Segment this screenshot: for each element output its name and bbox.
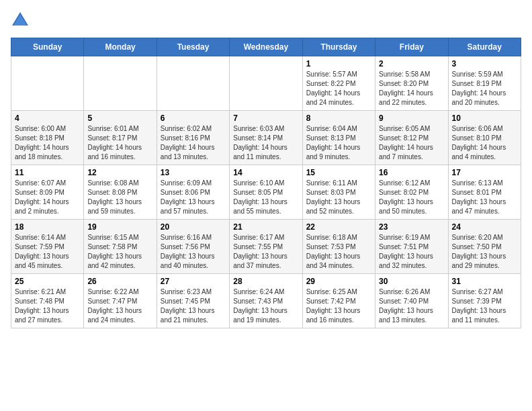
day-number: 28 (233, 277, 298, 286)
calendar-week-4: 18Sunrise: 6:14 AM Sunset: 7:59 PM Dayli… (11, 220, 521, 274)
day-info: Sunrise: 6:19 AM Sunset: 7:51 PM Dayligh… (379, 233, 444, 271)
calendar-cell: 11Sunrise: 6:07 AM Sunset: 8:09 PM Dayli… (11, 165, 84, 220)
weekday-header-tuesday: Tuesday (157, 38, 229, 56)
logo-icon (11, 11, 30, 30)
day-number: 1 (306, 59, 371, 68)
calendar-cell: 22Sunrise: 6:18 AM Sunset: 7:53 PM Dayli… (302, 220, 375, 274)
calendar-cell: 6Sunrise: 6:02 AM Sunset: 8:16 PM Daylig… (157, 111, 229, 165)
day-info: Sunrise: 6:27 AM Sunset: 7:39 PM Dayligh… (452, 287, 517, 325)
day-info: Sunrise: 6:15 AM Sunset: 7:58 PM Dayligh… (87, 233, 152, 271)
day-number: 30 (379, 277, 444, 286)
day-number: 2 (379, 59, 444, 68)
calendar-cell: 24Sunrise: 6:20 AM Sunset: 7:50 PM Dayli… (448, 220, 521, 274)
weekday-header-thursday: Thursday (302, 38, 375, 56)
day-info: Sunrise: 6:07 AM Sunset: 8:09 PM Dayligh… (15, 179, 80, 216)
day-info: Sunrise: 6:05 AM Sunset: 8:12 PM Dayligh… (379, 124, 444, 162)
calendar-cell: 23Sunrise: 6:19 AM Sunset: 7:51 PM Dayli… (375, 220, 448, 274)
day-number: 31 (452, 277, 517, 286)
day-info: Sunrise: 6:20 AM Sunset: 7:50 PM Dayligh… (452, 233, 517, 271)
day-info: Sunrise: 6:11 AM Sunset: 8:03 PM Dayligh… (306, 179, 371, 216)
calendar-cell: 2Sunrise: 5:58 AM Sunset: 8:20 PM Daylig… (375, 56, 448, 111)
calendar-cell: 17Sunrise: 6:13 AM Sunset: 8:01 PM Dayli… (448, 165, 521, 220)
calendar-cell: 9Sunrise: 6:05 AM Sunset: 8:12 PM Daylig… (375, 111, 448, 165)
calendar-cell: 1Sunrise: 5:57 AM Sunset: 8:22 PM Daylig… (302, 56, 375, 111)
calendar-week-5: 25Sunrise: 6:21 AM Sunset: 7:48 PM Dayli… (11, 274, 521, 328)
day-info: Sunrise: 6:18 AM Sunset: 7:53 PM Dayligh… (306, 233, 371, 271)
day-number: 17 (452, 168, 517, 177)
day-number: 11 (15, 168, 80, 177)
calendar-cell (230, 56, 302, 111)
calendar-cell: 28Sunrise: 6:24 AM Sunset: 7:43 PM Dayli… (230, 274, 302, 328)
day-number: 6 (161, 113, 226, 123)
day-info: Sunrise: 6:23 AM Sunset: 7:45 PM Dayligh… (161, 287, 226, 325)
weekday-header-saturday: Saturday (448, 38, 521, 56)
day-info: Sunrise: 6:01 AM Sunset: 8:17 PM Dayligh… (87, 124, 152, 162)
day-number: 26 (87, 277, 152, 286)
calendar-cell (84, 56, 157, 111)
day-info: Sunrise: 6:17 AM Sunset: 7:55 PM Dayligh… (233, 233, 298, 271)
day-info: Sunrise: 6:03 AM Sunset: 8:14 PM Dayligh… (233, 124, 298, 162)
day-info: Sunrise: 6:21 AM Sunset: 7:48 PM Dayligh… (15, 287, 80, 325)
day-number: 10 (452, 113, 517, 123)
day-number: 23 (379, 222, 444, 232)
day-number: 3 (452, 59, 517, 68)
day-info: Sunrise: 5:59 AM Sunset: 8:19 PM Dayligh… (452, 70, 517, 107)
weekday-header-wednesday: Wednesday (230, 38, 302, 56)
calendar-week-3: 11Sunrise: 6:07 AM Sunset: 8:09 PM Dayli… (11, 165, 521, 220)
calendar-week-1: 1Sunrise: 5:57 AM Sunset: 8:22 PM Daylig… (11, 56, 521, 111)
day-info: Sunrise: 6:09 AM Sunset: 8:06 PM Dayligh… (161, 179, 226, 216)
day-info: Sunrise: 6:10 AM Sunset: 8:05 PM Dayligh… (233, 179, 298, 216)
day-info: Sunrise: 6:24 AM Sunset: 7:43 PM Dayligh… (233, 287, 298, 325)
day-info: Sunrise: 6:02 AM Sunset: 8:16 PM Dayligh… (161, 124, 226, 162)
day-info: Sunrise: 6:25 AM Sunset: 7:42 PM Dayligh… (306, 287, 371, 325)
calendar-cell: 31Sunrise: 6:27 AM Sunset: 7:39 PM Dayli… (448, 274, 521, 328)
logo (11, 11, 32, 30)
calendar-cell: 12Sunrise: 6:08 AM Sunset: 8:08 PM Dayli… (84, 165, 157, 220)
day-info: Sunrise: 6:16 AM Sunset: 7:56 PM Dayligh… (161, 233, 226, 271)
calendar-week-2: 4Sunrise: 6:00 AM Sunset: 8:18 PM Daylig… (11, 111, 521, 165)
calendar-cell: 8Sunrise: 6:04 AM Sunset: 8:13 PM Daylig… (302, 111, 375, 165)
day-info: Sunrise: 6:26 AM Sunset: 7:40 PM Dayligh… (379, 287, 444, 325)
day-number: 7 (233, 113, 298, 123)
day-number: 20 (161, 222, 226, 232)
day-number: 29 (306, 277, 371, 286)
day-info: Sunrise: 6:13 AM Sunset: 8:01 PM Dayligh… (452, 179, 517, 216)
calendar-cell: 14Sunrise: 6:10 AM Sunset: 8:05 PM Dayli… (230, 165, 302, 220)
calendar-cell: 20Sunrise: 6:16 AM Sunset: 7:56 PM Dayli… (157, 220, 229, 274)
day-number: 15 (306, 168, 371, 177)
day-number: 4 (15, 113, 80, 123)
weekday-header-friday: Friday (375, 38, 448, 56)
calendar-cell (157, 56, 229, 111)
day-info: Sunrise: 5:58 AM Sunset: 8:20 PM Dayligh… (379, 70, 444, 107)
day-info: Sunrise: 6:06 AM Sunset: 8:10 PM Dayligh… (452, 124, 517, 162)
calendar-cell: 13Sunrise: 6:09 AM Sunset: 8:06 PM Dayli… (157, 165, 229, 220)
calendar-cell (11, 56, 84, 111)
calendar-cell: 30Sunrise: 6:26 AM Sunset: 7:40 PM Dayli… (375, 274, 448, 328)
calendar-cell: 15Sunrise: 6:11 AM Sunset: 8:03 PM Dayli… (302, 165, 375, 220)
weekday-header-row: SundayMondayTuesdayWednesdayThursdayFrid… (11, 38, 521, 56)
calendar-cell: 5Sunrise: 6:01 AM Sunset: 8:17 PM Daylig… (84, 111, 157, 165)
day-number: 21 (233, 222, 298, 232)
day-info: Sunrise: 6:12 AM Sunset: 8:02 PM Dayligh… (379, 179, 444, 216)
day-number: 22 (306, 222, 371, 232)
weekday-header-monday: Monday (84, 38, 157, 56)
page-header (11, 11, 521, 30)
calendar-cell: 16Sunrise: 6:12 AM Sunset: 8:02 PM Dayli… (375, 165, 448, 220)
calendar-cell: 29Sunrise: 6:25 AM Sunset: 7:42 PM Dayli… (302, 274, 375, 328)
day-number: 25 (15, 277, 80, 286)
day-number: 27 (161, 277, 226, 286)
calendar-cell: 19Sunrise: 6:15 AM Sunset: 7:58 PM Dayli… (84, 220, 157, 274)
day-number: 8 (306, 113, 371, 123)
calendar-cell: 10Sunrise: 6:06 AM Sunset: 8:10 PM Dayli… (448, 111, 521, 165)
calendar-cell: 26Sunrise: 6:22 AM Sunset: 7:47 PM Dayli… (84, 274, 157, 328)
day-number: 18 (15, 222, 80, 232)
day-info: Sunrise: 6:00 AM Sunset: 8:18 PM Dayligh… (15, 124, 80, 162)
calendar-cell: 7Sunrise: 6:03 AM Sunset: 8:14 PM Daylig… (230, 111, 302, 165)
day-info: Sunrise: 6:04 AM Sunset: 8:13 PM Dayligh… (306, 124, 371, 162)
day-number: 24 (452, 222, 517, 232)
day-number: 9 (379, 113, 444, 123)
day-number: 16 (379, 168, 444, 177)
weekday-header-sunday: Sunday (11, 38, 84, 56)
day-number: 5 (87, 113, 152, 123)
calendar-cell: 21Sunrise: 6:17 AM Sunset: 7:55 PM Dayli… (230, 220, 302, 274)
